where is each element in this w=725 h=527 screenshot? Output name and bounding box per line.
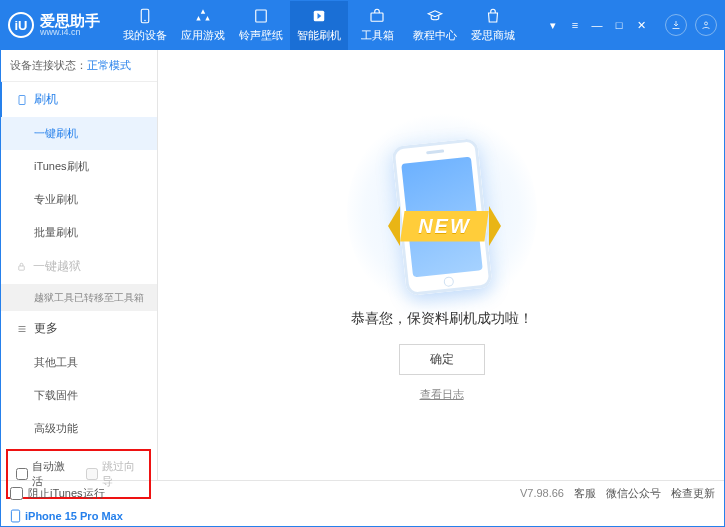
checkbox-skip-setup[interactable]: 跳过向导 <box>86 459 142 489</box>
sidebar-section-flash: 刷机 一键刷机 iTunes刷机 专业刷机 批量刷机 <box>0 82 157 249</box>
checkbox-block-itunes[interactable]: 阻止iTunes运行 <box>10 486 105 501</box>
list-icon[interactable]: ≡ <box>565 16 585 34</box>
device-info: iPhone 15 Pro Max 512GB iPhone <box>0 503 157 527</box>
new-ribbon: NEW <box>359 206 531 246</box>
menu-icon[interactable]: ▾ <box>543 16 563 34</box>
version-label: V7.98.66 <box>520 487 564 499</box>
nav-apps[interactable]: 应用游戏 <box>174 0 232 50</box>
view-log-link[interactable]: 查看日志 <box>420 387 464 402</box>
block-itunes-input[interactable] <box>10 487 23 500</box>
sidebar-head-jailbreak: 一键越狱 <box>0 249 157 284</box>
window-controls: ▾ ≡ — □ ✕ <box>543 16 657 34</box>
bag-icon <box>484 7 502 25</box>
sidebar-item-itunes-flash[interactable]: iTunes刷机 <box>0 150 157 183</box>
main-content: NEW 恭喜您，保资料刷机成功啦！ 确定 查看日志 <box>158 50 725 480</box>
sidebar-item-download-firmware[interactable]: 下载固件 <box>0 379 157 412</box>
toolbox-icon <box>368 7 386 25</box>
svg-point-5 <box>705 22 708 25</box>
jailbreak-note: 越狱工具已转移至工具箱 <box>0 284 157 311</box>
nav-ringtones[interactable]: 铃声壁纸 <box>232 0 290 50</box>
document-icon <box>16 94 28 106</box>
nav-tutorial[interactable]: 教程中心 <box>406 0 464 50</box>
sidebar-item-advanced[interactable]: 高级功能 <box>0 412 157 445</box>
svg-rect-4 <box>371 13 383 21</box>
ok-button[interactable]: 确定 <box>399 344 485 375</box>
sidebar: 设备连接状态：正常模式 刷机 一键刷机 iTunes刷机 专业刷机 批量刷机 一… <box>0 50 158 480</box>
nav-mall[interactable]: 爱思商城 <box>464 0 522 50</box>
close-icon[interactable]: ✕ <box>631 16 651 34</box>
footer-link-support[interactable]: 客服 <box>574 486 596 501</box>
user-icon <box>700 19 712 31</box>
nav-flash[interactable]: 智能刷机 <box>290 0 348 50</box>
graduation-icon <box>426 7 444 25</box>
flash-icon <box>310 7 328 25</box>
account-button[interactable] <box>695 14 717 36</box>
nav-my-device[interactable]: 我的设备 <box>116 0 174 50</box>
logo-badge-icon: iU <box>8 12 34 38</box>
brand-name: 爱思助手 <box>40 13 100 28</box>
svg-rect-2 <box>256 10 267 22</box>
skip-setup-input[interactable] <box>86 468 98 480</box>
brand-url: www.i4.cn <box>40 28 100 37</box>
apps-icon <box>194 7 212 25</box>
minimize-icon[interactable]: — <box>587 16 607 34</box>
footer-link-wechat[interactable]: 微信公众号 <box>606 486 661 501</box>
sidebar-head-more[interactable]: 更多 <box>0 311 157 346</box>
sidebar-item-oneclick-flash[interactable]: 一键刷机 <box>0 117 157 150</box>
logo[interactable]: iU 爱思助手 www.i4.cn <box>8 12 116 38</box>
maximize-icon[interactable]: □ <box>609 16 629 34</box>
sidebar-section-more: 更多 其他工具 下载固件 高级功能 <box>0 311 157 445</box>
svg-point-1 <box>144 20 146 22</box>
top-nav: 我的设备 应用游戏 铃声壁纸 智能刷机 工具箱 教程中心 爱思商城 <box>116 0 522 50</box>
phone-icon <box>136 7 154 25</box>
header-right: ▾ ≡ — □ ✕ <box>543 14 717 36</box>
device-status: 设备连接状态：正常模式 <box>0 50 157 82</box>
auto-activate-input[interactable] <box>16 468 28 480</box>
svg-rect-8 <box>11 510 19 522</box>
device-name[interactable]: iPhone 15 Pro Max <box>10 509 147 523</box>
phone-small-icon <box>10 509 21 523</box>
wallpaper-icon <box>252 7 270 25</box>
sidebar-item-pro-flash[interactable]: 专业刷机 <box>0 183 157 216</box>
download-button[interactable] <box>665 14 687 36</box>
sidebar-head-flash[interactable]: 刷机 <box>0 82 157 117</box>
download-icon <box>670 19 682 31</box>
app-header: iU 爱思助手 www.i4.cn 我的设备 应用游戏 铃声壁纸 智能刷机 工具… <box>0 0 725 50</box>
checkbox-auto-activate[interactable]: 自动激活 <box>16 459 72 489</box>
success-illustration: NEW <box>367 128 517 298</box>
footer-link-update[interactable]: 检查更新 <box>671 486 715 501</box>
sidebar-item-other-tools[interactable]: 其他工具 <box>0 346 157 379</box>
list-icon <box>16 323 28 335</box>
nav-toolbox[interactable]: 工具箱 <box>348 0 406 50</box>
svg-rect-6 <box>19 95 25 104</box>
lock-icon <box>16 261 27 272</box>
svg-rect-7 <box>19 266 25 270</box>
sidebar-section-jailbreak: 一键越狱 越狱工具已转移至工具箱 <box>0 249 157 311</box>
sidebar-item-batch-flash[interactable]: 批量刷机 <box>0 216 157 249</box>
